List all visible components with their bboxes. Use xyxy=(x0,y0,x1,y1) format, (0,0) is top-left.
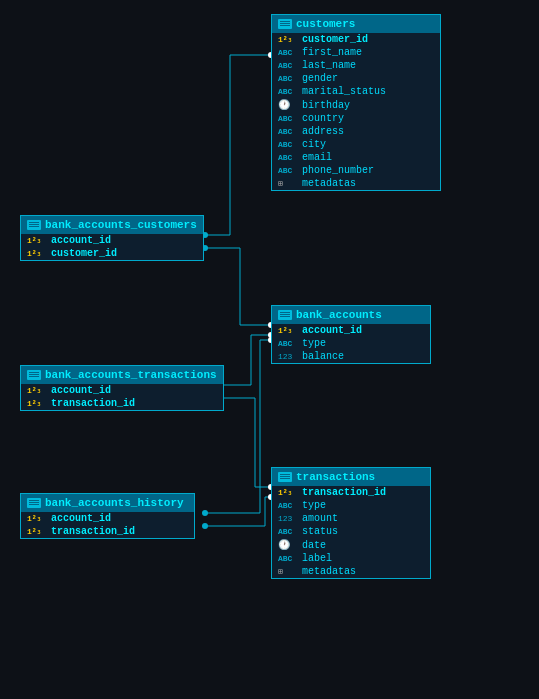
field-account_id-bac: 1²₃ account_id xyxy=(21,234,203,247)
fieldname-email: email xyxy=(302,152,332,163)
table-bank_accounts_transactions: bank_accounts_transactions 1²₃ account_i… xyxy=(20,365,224,411)
icon-country: ABC xyxy=(278,114,298,123)
table-header-bac: bank_accounts_customers xyxy=(21,216,203,234)
icon-fk-transaction_id-bah: 1²₃ xyxy=(27,527,47,536)
field-date: 🕐 date xyxy=(272,538,430,552)
fieldname-first_name: first_name xyxy=(302,47,362,58)
icon-city: ABC xyxy=(278,140,298,149)
fieldname-transaction_id-bat: transaction_id xyxy=(51,398,135,409)
fieldname-date: date xyxy=(302,540,326,551)
fieldname-transaction_id: transaction_id xyxy=(302,487,386,498)
fieldname-gender: gender xyxy=(302,73,338,84)
diagram-container: customers 1²₃ customer_id ABC first_name… xyxy=(0,0,539,699)
svg-point-28 xyxy=(202,523,208,529)
field-account_id-ba: 1²₃ account_id xyxy=(272,324,430,337)
field-type-tr: ABC type xyxy=(272,499,430,512)
field-phone_number: ABC phone_number xyxy=(272,164,440,177)
table-header-bah: bank_accounts_history xyxy=(21,494,194,512)
field-country: ABC country xyxy=(272,112,440,125)
table-name-customers: customers xyxy=(296,18,355,30)
fieldname-birthday: birthday xyxy=(302,100,350,111)
table-icon-bac xyxy=(27,220,41,230)
field-type-ba: ABC type xyxy=(272,337,430,350)
table-name-bat: bank_accounts_transactions xyxy=(45,369,217,381)
icon-balance: 123 xyxy=(278,352,298,361)
field-transaction_id-bah: 1²₃ transaction_id xyxy=(21,525,194,538)
icon-type-tr: ABC xyxy=(278,501,298,510)
fieldname-customer_id-bac: customer_id xyxy=(51,248,117,259)
field-metadatas-tr: ⊞ metadatas xyxy=(272,565,430,578)
icon-phone_number: ABC xyxy=(278,166,298,175)
field-birthday: 🕐 birthday xyxy=(272,98,440,112)
table-icon-bank_accounts xyxy=(278,310,292,320)
icon-label: ABC xyxy=(278,554,298,563)
field-status: ABC status xyxy=(272,525,430,538)
field-transaction_id: 1²₃ transaction_id xyxy=(272,486,430,499)
icon-pk-account_id-ba: 1²₃ xyxy=(278,326,298,335)
fieldname-status: status xyxy=(302,526,338,537)
field-transaction_id-bat: 1²₃ transaction_id xyxy=(21,397,223,410)
icon-fk-account_id-bat: 1²₃ xyxy=(27,386,47,395)
icon-pk-transaction_id: 1²₃ xyxy=(278,488,298,497)
table-name-bank_accounts: bank_accounts xyxy=(296,309,382,321)
fieldname-city: city xyxy=(302,139,326,150)
fieldname-metadatas-tr: metadatas xyxy=(302,566,356,577)
icon-gender: ABC xyxy=(278,74,298,83)
fieldname-account_id-bac: account_id xyxy=(51,235,111,246)
table-header-customers: customers xyxy=(272,15,440,33)
fieldname-phone_number: phone_number xyxy=(302,165,374,176)
fieldname-amount: amount xyxy=(302,513,338,524)
fieldname-last_name: last_name xyxy=(302,60,356,71)
table-bank_accounts: bank_accounts 1²₃ account_id ABC type 12… xyxy=(271,305,431,364)
field-customer_id-bac: 1²₃ customer_id xyxy=(21,247,203,260)
svg-point-23 xyxy=(202,510,208,516)
table-header-bat: bank_accounts_transactions xyxy=(21,366,223,384)
icon-fk-account_id-bac: 1²₃ xyxy=(27,236,47,245)
icon-marital_status: ABC xyxy=(278,87,298,96)
fieldname-account_id-ba: account_id xyxy=(302,325,362,336)
fieldname-label: label xyxy=(302,553,332,564)
fieldname-type-tr: type xyxy=(302,500,326,511)
icon-birthday: 🕐 xyxy=(278,99,298,111)
field-email: ABC email xyxy=(272,151,440,164)
fieldname-marital_status: marital_status xyxy=(302,86,386,97)
fieldname-country: country xyxy=(302,113,344,124)
icon-type-ba: ABC xyxy=(278,339,298,348)
field-account_id-bat: 1²₃ account_id xyxy=(21,384,223,397)
icon-fk-account_id-bah: 1²₃ xyxy=(27,514,47,523)
field-label: ABC label xyxy=(272,552,430,565)
field-marital_status: ABC marital_status xyxy=(272,85,440,98)
table-icon-bah xyxy=(27,498,41,508)
icon-date: 🕐 xyxy=(278,539,298,551)
field-metadatas-customers: ⊞ metadatas xyxy=(272,177,440,190)
fieldname-transaction_id-bah: transaction_id xyxy=(51,526,135,537)
table-icon-bat xyxy=(27,370,41,380)
icon-last_name: ABC xyxy=(278,61,298,70)
icon-pk-customer_id: 1²₃ xyxy=(278,35,298,44)
field-amount: 123 amount xyxy=(272,512,430,525)
fieldname-address: address xyxy=(302,126,344,137)
icon-amount: 123 xyxy=(278,514,298,523)
table-transactions: transactions 1²₃ transaction_id ABC type… xyxy=(271,467,431,579)
field-last_name: ABC last_name xyxy=(272,59,440,72)
fieldname-metadatas-customers: metadatas xyxy=(302,178,356,189)
field-account_id-bah: 1²₃ account_id xyxy=(21,512,194,525)
field-balance: 123 balance xyxy=(272,350,430,363)
icon-fk-customer_id-bac: 1²₃ xyxy=(27,249,47,258)
table-name-bah: bank_accounts_history xyxy=(45,497,184,509)
table-icon-customers xyxy=(278,19,292,29)
field-customer_id: 1²₃ customer_id xyxy=(272,33,440,46)
fieldname-balance: balance xyxy=(302,351,344,362)
fieldname-account_id-bat: account_id xyxy=(51,385,111,396)
field-city: ABC city xyxy=(272,138,440,151)
icon-status: ABC xyxy=(278,527,298,536)
icon-email: ABC xyxy=(278,153,298,162)
field-gender: ABC gender xyxy=(272,72,440,85)
table-name-bac: bank_accounts_customers xyxy=(45,219,197,231)
icon-metadatas-customers: ⊞ xyxy=(278,179,298,188)
table-customers: customers 1²₃ customer_id ABC first_name… xyxy=(271,14,441,191)
icon-first_name: ABC xyxy=(278,48,298,57)
table-bank_accounts_customers: bank_accounts_customers 1²₃ account_id 1… xyxy=(20,215,204,261)
field-first_name: ABC first_name xyxy=(272,46,440,59)
table-header-bank_accounts: bank_accounts xyxy=(272,306,430,324)
